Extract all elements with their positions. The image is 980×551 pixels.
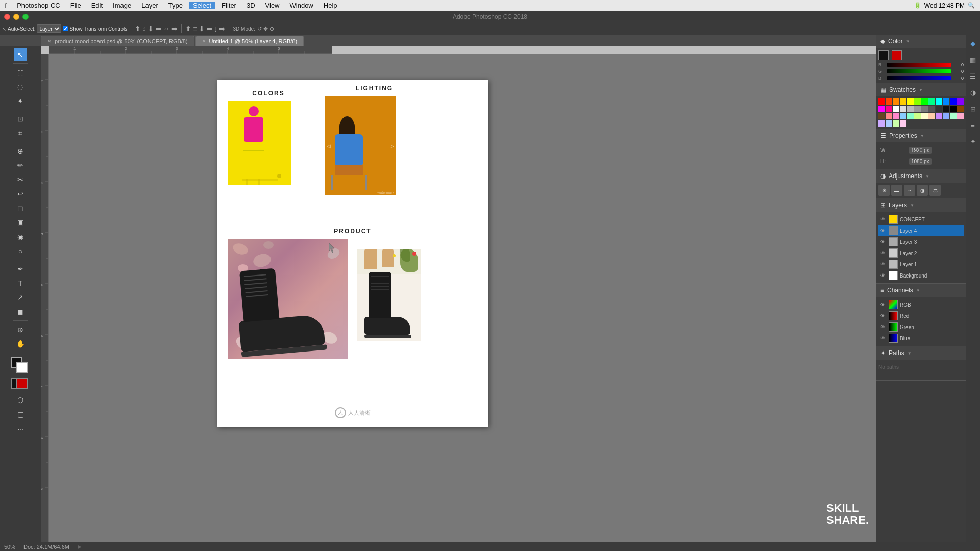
layer-item[interactable]: 👁 CONCEPT: [878, 214, 964, 225]
history-brush-tool[interactable]: ↩: [14, 187, 27, 201]
menu-type[interactable]: Type: [164, 2, 187, 9]
menu-layer[interactable]: Layer: [137, 2, 162, 9]
paths-panel-header[interactable]: ✦ Paths ▼: [876, 346, 966, 360]
align-horiz-center-icon[interactable]: ↔: [163, 24, 170, 33]
menu-filter[interactable]: Filter: [217, 2, 240, 9]
swatch-cell[interactable]: [921, 113, 928, 119]
panel-icon-adjustments[interactable]: ◑: [967, 87, 978, 98]
layer-item[interactable]: 👁 Layer 3: [878, 236, 964, 247]
layer-eye-icon[interactable]: 👁: [880, 251, 887, 256]
search-icon[interactable]: 🔍: [968, 2, 975, 9]
swatch-cell[interactable]: [921, 98, 928, 105]
3d-rotate-icon[interactable]: ↺: [257, 26, 262, 32]
menu-select[interactable]: Select: [189, 2, 215, 9]
screen-mode-tool[interactable]: ▢: [14, 408, 27, 421]
swatches-panel-header[interactable]: ▦ Swatches ▼: [876, 83, 966, 96]
tab-moodboard[interactable]: ✕ product mood board.psd @ 50% (CONCEPT,…: [41, 36, 194, 46]
hand-tool[interactable]: ✋: [14, 337, 27, 350]
clone-stamp-tool[interactable]: ✂: [14, 173, 27, 186]
adjustments-panel-header[interactable]: ◑ Adjustments ▼: [876, 169, 966, 183]
gradient-tool[interactable]: ▣: [14, 216, 27, 229]
channel-green[interactable]: 👁 Green: [878, 321, 964, 333]
active-color-indicator[interactable]: [16, 378, 28, 389]
brightness-adj-icon[interactable]: ☀: [878, 185, 890, 196]
layer-item[interactable]: 👁 Layer 4: [878, 225, 964, 236]
path-selection-tool[interactable]: ↗: [14, 291, 27, 304]
swatch-cell[interactable]: [957, 106, 964, 112]
dist-top-icon[interactable]: ⬆: [185, 24, 191, 33]
swatch-cell[interactable]: [950, 98, 957, 105]
channel-red[interactable]: 👁 Red: [878, 310, 964, 321]
brush-tool[interactable]: ✏: [14, 159, 27, 172]
swatch-cell[interactable]: [893, 106, 899, 112]
color-balance-adj-icon[interactable]: ⚖: [929, 185, 941, 196]
layer-eye-icon[interactable]: 👁: [880, 273, 887, 278]
color-panel-header[interactable]: ◆ Color ▼: [876, 35, 966, 48]
menu-3d[interactable]: 3D: [242, 2, 259, 9]
menu-help[interactable]: Help: [320, 2, 341, 9]
swatch-cell[interactable]: [928, 106, 935, 112]
swatch-cell[interactable]: [893, 113, 899, 119]
b-slider[interactable]: [887, 76, 951, 80]
channel-blue[interactable]: 👁 Blue: [878, 333, 964, 344]
3d-zoom-icon[interactable]: ⊕: [270, 26, 274, 32]
curves-adj-icon[interactable]: ~: [904, 185, 915, 196]
fg-color-chip[interactable]: [878, 50, 889, 60]
panel-icon-swatches[interactable]: ▦: [967, 54, 978, 65]
swatch-cell[interactable]: [921, 106, 928, 112]
quick-mask-tool[interactable]: ⬡: [14, 393, 27, 407]
channels-panel-header[interactable]: ≡ Channels ▼: [876, 284, 966, 297]
menu-view[interactable]: View: [261, 2, 284, 9]
swatch-cell[interactable]: [886, 98, 892, 105]
lasso-tool[interactable]: ◌: [14, 80, 27, 93]
foreground-color-swatch[interactable]: [11, 378, 30, 389]
swatch-cell[interactable]: [907, 98, 914, 105]
menu-file[interactable]: File: [66, 2, 85, 9]
move-tool[interactable]: ↖: [14, 48, 27, 61]
healing-brush-tool[interactable]: ⊕: [14, 144, 27, 158]
swatch-cell[interactable]: [878, 113, 885, 119]
swatch-cell[interactable]: [914, 98, 921, 105]
layer-item[interactable]: 👁 Layer 2: [878, 247, 964, 259]
swatch-cell[interactable]: [914, 106, 921, 112]
blur-tool[interactable]: ◉: [14, 230, 27, 243]
layers-panel-header[interactable]: ⊞ Layers ▼: [876, 198, 966, 212]
layer-item[interactable]: 👁 Layer 1: [878, 259, 964, 270]
layer-eye-icon[interactable]: 👁: [880, 228, 887, 233]
align-left-icon[interactable]: ⬅: [155, 24, 161, 33]
swatch-cell[interactable]: [936, 106, 942, 112]
shape-tool[interactable]: ◼: [14, 305, 27, 318]
channel-rgb[interactable]: 👁 RGB: [878, 299, 964, 310]
selection-tool[interactable]: ⬚: [14, 66, 27, 79]
swatch-cell[interactable]: [893, 98, 899, 105]
text-tool[interactable]: T: [14, 277, 27, 290]
panel-icon-properties[interactable]: ☰: [967, 70, 978, 82]
swatch-cell[interactable]: [878, 98, 885, 105]
swatch-cell[interactable]: [886, 106, 892, 112]
panel-icon-channels[interactable]: ≡: [967, 119, 978, 131]
dodge-tool[interactable]: ○: [14, 244, 27, 258]
swatch-cell[interactable]: [950, 106, 957, 112]
layer-item[interactable]: 👁 Background: [878, 270, 964, 281]
minimize-button[interactable]: [13, 14, 19, 20]
align-top-icon[interactable]: ⬆: [135, 24, 141, 33]
pen-tool[interactable]: ✒: [14, 262, 27, 276]
swatch-cell[interactable]: [900, 106, 906, 112]
color-swatch-pair[interactable]: [11, 357, 30, 375]
bg-color-chip[interactable]: [892, 50, 902, 60]
align-bottom-icon[interactable]: ⬇: [148, 24, 154, 33]
background-color[interactable]: [16, 362, 28, 373]
swatch-cell[interactable]: [886, 113, 892, 119]
prev-arrow[interactable]: ◁: [327, 143, 331, 148]
swatch-cell[interactable]: [900, 98, 906, 105]
hue-adj-icon[interactable]: ◑: [917, 185, 928, 196]
crop-tool[interactable]: ⊡: [14, 112, 27, 126]
dist-horiz-icon[interactable]: ⫿: [214, 24, 217, 33]
show-transform-checkbox[interactable]: [63, 26, 68, 31]
3d-pan-icon[interactable]: ✥: [263, 26, 268, 32]
close-button[interactable]: [4, 14, 10, 20]
menu-window[interactable]: Window: [286, 2, 317, 9]
panel-icon-color[interactable]: ◆: [967, 38, 978, 49]
swatch-cell[interactable]: [957, 98, 964, 105]
swatch-cell[interactable]: [914, 113, 921, 119]
